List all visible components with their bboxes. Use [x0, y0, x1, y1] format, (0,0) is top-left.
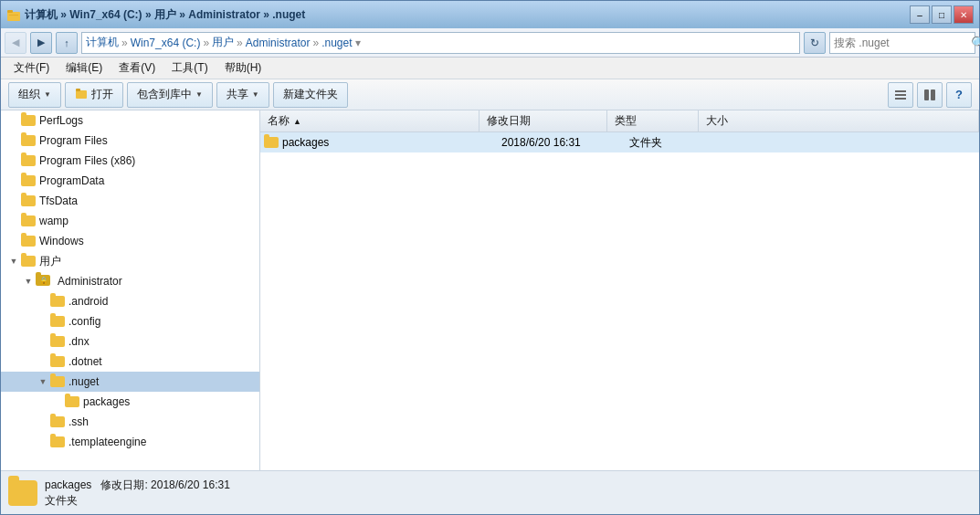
status-text: packages 修改日期: 2018/6/20 16:31 文件夹 [45, 478, 230, 509]
tree-item-templateengine[interactable]: .templateengine [1, 432, 259, 452]
tree-item-admin[interactable]: ▼ 🔒 Administrator [1, 271, 259, 291]
breadcrumb[interactable]: 计算机 » Win7_x64 (C:) » 用户 » Administrator… [81, 32, 800, 54]
new-folder-button[interactable]: 新建文件夹 [273, 82, 348, 108]
status-type-value: 文件夹 [45, 493, 230, 509]
expand-nuget: ▼ [37, 376, 48, 387]
folder-icon-programdata [21, 175, 36, 186]
svg-rect-7 [895, 98, 906, 100]
organize-button[interactable]: 组织 ▼ [8, 82, 61, 108]
breadcrumb-admin[interactable]: Administrator [246, 37, 311, 49]
expand-dotnet [37, 356, 48, 367]
tree-item-programfiles86[interactable]: Program Files (x86) [1, 151, 259, 171]
tree-item-dotnet[interactable]: .dotnet [1, 352, 259, 372]
file-row-packages[interactable]: packages 2018/6/20 16:31 文件夹 [260, 132, 979, 152]
view-columns-button[interactable] [917, 82, 943, 108]
tree-item-tfsdata[interactable]: TfsData [1, 191, 259, 211]
breadcrumb-drive[interactable]: Win7_x64 (C:) [131, 37, 201, 49]
tree-label-templateengine: .templateengine [68, 436, 146, 448]
tree-label-android: .android [68, 295, 108, 308]
col-name-label: 名称 [268, 113, 290, 129]
expand-programfiles [8, 135, 19, 146]
tree-item-perflogs[interactable]: PerfLogs [1, 110, 259, 131]
up-button[interactable]: ↑ [56, 32, 78, 54]
lock-icon: 🔒 [39, 277, 48, 285]
toolbar-right: ? [888, 82, 972, 108]
toolbar: 组织 ▼ 打开 包含到库中 ▼ 共享 ▼ 新建文件夹 [1, 79, 979, 110]
menu-file[interactable]: 文件(F) [6, 59, 57, 78]
main-content: PerfLogs Program Files Program Files (x8… [1, 110, 979, 470]
breadcrumb-nuget[interactable]: .nuget [321, 37, 352, 49]
svg-rect-1 [7, 10, 13, 13]
back-button[interactable]: ◀ [5, 32, 26, 54]
breadcrumb-users[interactable]: 用户 [212, 35, 234, 50]
tree-item-programfiles[interactable]: Program Files [1, 131, 259, 151]
expand-config [37, 316, 48, 327]
search-box: 🔍 [829, 32, 975, 54]
expand-tfsdata [8, 195, 19, 206]
share-arrow: ▼ [252, 90, 259, 99]
tree-item-android[interactable]: .android [1, 291, 259, 311]
nav-panel[interactable]: PerfLogs Program Files Program Files (x8… [1, 110, 260, 470]
file-date-packages: 2018/6/20 16:31 [501, 136, 629, 149]
help-icon: ? [955, 88, 963, 101]
menu-tools[interactable]: 工具(T) [164, 59, 215, 78]
minimize-button[interactable]: – [910, 5, 930, 24]
expand-ssh [37, 416, 48, 427]
svg-rect-3 [76, 90, 87, 99]
search-input[interactable] [834, 37, 971, 49]
view-list-button[interactable] [888, 82, 913, 108]
search-icon[interactable]: 🔍 [971, 36, 980, 50]
share-button[interactable]: 共享 ▼ [216, 82, 269, 108]
col-header-name[interactable]: 名称 ▲ [260, 110, 479, 131]
folder-icon-programfiles [21, 135, 36, 146]
svg-rect-5 [895, 90, 906, 92]
tree-item-packages-nav[interactable]: packages [1, 392, 259, 412]
col-header-date[interactable]: 修改日期 [479, 110, 607, 131]
svg-rect-0 [7, 12, 20, 21]
help-button[interactable]: ? [946, 82, 972, 108]
tree-item-windows[interactable]: Windows [1, 231, 259, 251]
file-list[interactable]: packages 2018/6/20 16:31 文件夹 [260, 132, 979, 470]
close-button[interactable]: ✕ [954, 5, 974, 24]
tree-label-admin: Administrator [58, 275, 122, 288]
folder-icon-users [21, 256, 36, 267]
breadcrumb-computer[interactable]: 计算机 [86, 35, 119, 50]
maximize-button[interactable]: □ [932, 5, 952, 24]
include-button[interactable]: 包含到库中 ▼ [127, 82, 213, 108]
menu-view[interactable]: 查看(V) [111, 59, 163, 78]
col-header-size[interactable]: 大小 [699, 110, 979, 131]
organize-label: 组织 [18, 87, 40, 102]
expand-wamp [8, 215, 19, 226]
tree-label-dotnet: .dotnet [68, 355, 102, 368]
tree-label-nuget: .nuget [68, 375, 99, 388]
refresh-button[interactable]: ↻ [804, 32, 826, 54]
open-button[interactable]: 打开 [65, 82, 123, 108]
tree-item-ssh[interactable]: .ssh [1, 412, 259, 432]
menu-edit[interactable]: 编辑(E) [58, 59, 110, 78]
tree-item-dnx[interactable]: .dnx [1, 331, 259, 352]
status-name: packages 修改日期: 2018/6/20 16:31 [45, 478, 230, 493]
list-view-icon [894, 89, 907, 101]
folder-icon-ssh [50, 416, 65, 427]
tree-item-programdata[interactable]: ProgramData [1, 171, 259, 191]
expand-admin: ▼ [23, 276, 34, 287]
menu-help[interactable]: 帮助(H) [217, 59, 269, 78]
share-label: 共享 [227, 87, 248, 102]
tree-item-users[interactable]: ▼ 用户 [1, 251, 259, 271]
include-label: 包含到库中 [137, 87, 192, 102]
folder-icon-windows [21, 236, 36, 247]
menu-bar: 文件(F) 编辑(E) 查看(V) 工具(T) 帮助(H) [1, 58, 979, 79]
tree-label-dnx: .dnx [68, 335, 90, 348]
tree-item-nuget[interactable]: ▼ .nuget [1, 372, 259, 392]
new-folder-label: 新建文件夹 [283, 87, 338, 102]
expand-windows [8, 236, 19, 247]
tree-item-wamp[interactable]: wamp [1, 211, 259, 231]
forward-button[interactable]: ▶ [30, 32, 52, 54]
tree-item-config[interactable]: .config [1, 311, 259, 331]
col-type-label: 类型 [615, 113, 637, 129]
folder-icon-templateengine [50, 436, 65, 447]
col-header-type[interactable]: 类型 [607, 110, 699, 131]
file-type-packages: 文件夹 [629, 135, 721, 151]
folder-icon-android [50, 296, 65, 307]
tree-label-windows: Windows [39, 235, 84, 247]
